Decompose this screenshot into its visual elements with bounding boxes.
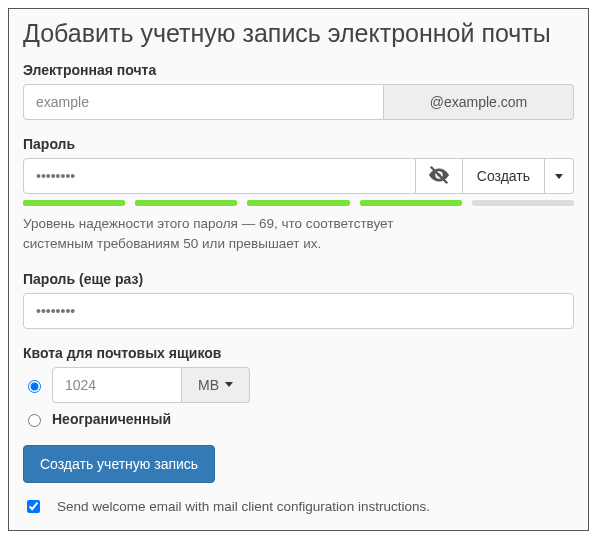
email-input-group: @example.com [23,84,574,120]
quota-limited-radio[interactable] [28,380,41,393]
chevron-down-icon [225,382,233,387]
password-generate-button[interactable]: Создать [463,158,545,194]
email-domain-addon: @example.com [384,84,574,120]
welcome-email-row: Send welcome email with mail client conf… [23,497,574,516]
password-generate-options-button[interactable] [545,158,574,194]
page-title: Добавить учетную запись электронной почт… [23,19,574,48]
quota-label: Квота для почтовых ящиков [23,345,574,361]
password-strength-meter [23,200,574,206]
email-label: Электронная почта [23,62,574,78]
quota-value-input[interactable] [52,367,182,403]
email-input[interactable] [23,84,384,120]
create-account-button[interactable]: Создать учетную запись [23,445,215,483]
welcome-email-label: Send welcome email with mail client conf… [57,499,430,514]
password-field-block: Пароль Создать [23,136,574,329]
password-input-group: Создать [23,158,574,194]
welcome-email-checkbox[interactable] [27,500,40,513]
strength-seg [247,200,349,206]
eye-off-icon [428,164,450,189]
strength-seg [23,200,125,206]
quota-unlimited-radio[interactable] [28,414,41,427]
quota-unit-label: MB [198,377,219,393]
quota-unlimited-row: Неограниченный [23,411,574,427]
add-email-account-panel: Добавить учетную запись электронной почт… [8,8,589,531]
password-confirm-label: Пароль (еще раз) [23,271,574,287]
quota-limited-row: MB [23,367,574,403]
email-field-block: Электронная почта @example.com [23,62,574,120]
password-reveal-button[interactable] [416,158,463,194]
password-confirm-input[interactable] [23,293,574,329]
chevron-down-icon [555,174,563,179]
quota-unlimited-label: Неограниченный [52,411,171,427]
password-input[interactable] [23,158,416,194]
quota-field-block: Квота для почтовых ящиков MB Неограничен… [23,345,574,427]
strength-seg [135,200,237,206]
password-strength-text: Уровень надежности этого пароля — 69, чт… [23,214,574,255]
strength-seg [472,200,574,206]
password-label: Пароль [23,136,574,152]
strength-seg [360,200,462,206]
quota-unit-select[interactable]: MB [182,367,250,403]
